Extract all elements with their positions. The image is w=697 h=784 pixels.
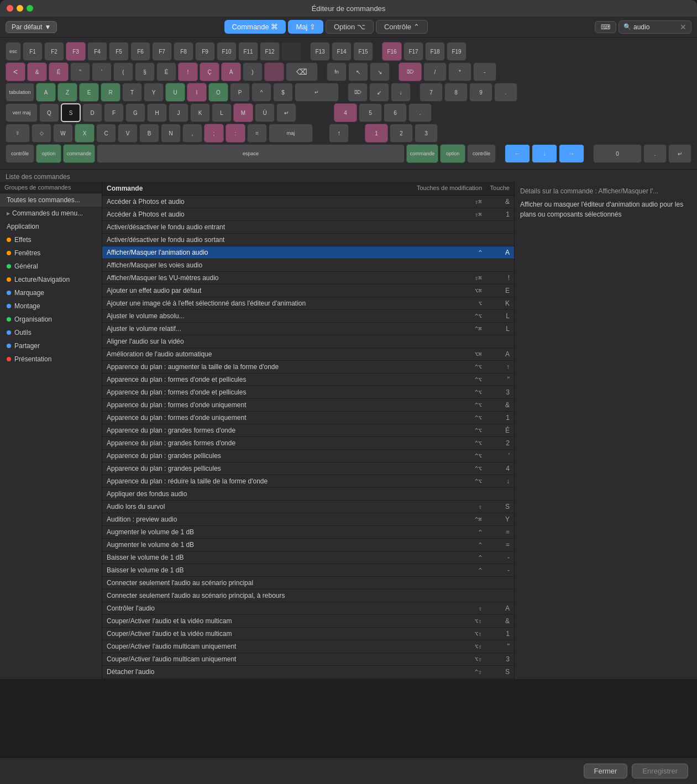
table-row[interactable]: Couper/Activer l'audio multicam uniqueme…: [102, 653, 514, 666]
key-num-enter[interactable]: ↵: [668, 144, 691, 163]
key-num0[interactable]: 0: [593, 144, 642, 163]
key-4[interactable]: ': [92, 62, 112, 81]
key-end[interactable]: ↙: [369, 83, 389, 102]
key-num4[interactable]: 4: [334, 103, 357, 122]
key-k[interactable]: K: [190, 103, 210, 122]
key-f10[interactable]: F10: [217, 42, 237, 61]
group-partager[interactable]: Partager: [0, 339, 102, 352]
key-numpad-plus[interactable]: .: [408, 103, 432, 122]
table-row[interactable]: Accéder à Photos et audio ⇧⌘ 1: [102, 208, 514, 221]
key-y[interactable]: Y: [144, 83, 164, 102]
key-e[interactable]: E: [79, 83, 99, 102]
table-row[interactable]: Développer l'audio/la vidéo ^ S: [102, 678, 514, 679]
table-row[interactable]: Afficher/Masquer l'animation audio ^ A: [102, 246, 514, 259]
key-t[interactable]: T: [122, 83, 142, 102]
table-row[interactable]: Couper/Activer l'audio et la vidéo multi…: [102, 628, 514, 640]
table-row[interactable]: Apparence du plan : grandes formes d'ond…: [102, 424, 514, 437]
key-6[interactable]: §: [135, 62, 155, 81]
key-arrow-down[interactable]: ↓: [532, 144, 557, 163]
group-outils[interactable]: Outils: [0, 326, 102, 339]
key-space[interactable]: espace: [97, 144, 405, 163]
group-montage[interactable]: Montage: [0, 299, 102, 313]
key-opt-r[interactable]: option: [440, 144, 465, 163]
key-m-fr[interactable]: M: [233, 103, 253, 122]
table-row[interactable]: Afficher/Masquer les VU-mètres audio ⇧⌘ …: [102, 272, 514, 285]
key-f18[interactable]: F17: [403, 42, 423, 61]
table-row[interactable]: Activer/désactiver le fondu audio sortan…: [102, 234, 514, 246]
key-apostrophe[interactable]: ↵: [276, 103, 296, 122]
table-row[interactable]: Contrôler l'audio ⇧ A: [102, 602, 514, 615]
key-f[interactable]: F: [104, 103, 124, 122]
key-numpad-minus[interactable]: .: [494, 83, 517, 102]
key-j[interactable]: J: [169, 103, 188, 122]
preset-selector[interactable]: Par défaut ▼: [6, 21, 57, 33]
table-row[interactable]: Accéder à Photos et audio ⇧⌘ &: [102, 196, 514, 208]
table-row[interactable]: Ajuster le volume relatif... ^⌘ L: [102, 323, 514, 335]
key-f2[interactable]: F2: [44, 42, 64, 61]
key-slash[interactable]: :: [226, 124, 245, 143]
key-1[interactable]: &: [27, 62, 47, 81]
key-pgdn[interactable]: ↓: [391, 83, 411, 102]
key-s[interactable]: S: [61, 103, 81, 122]
key-bracket-r[interactable]: $: [273, 83, 293, 102]
option-button[interactable]: Option ⌥: [326, 20, 374, 34]
key-f11[interactable]: F11: [238, 42, 258, 61]
key-cmd-r[interactable]: commande: [406, 144, 438, 163]
key-f16[interactable]: F15: [353, 42, 373, 61]
key-d[interactable]: D: [82, 103, 102, 122]
key-o[interactable]: O: [208, 83, 228, 102]
key-arrow-right[interactable]: →: [559, 144, 584, 163]
table-row[interactable]: Afficher/Masquer les voies audio: [102, 259, 514, 272]
keyboard-icon-button[interactable]: ⌨: [595, 21, 616, 33]
key-7[interactable]: È: [156, 62, 176, 81]
key-enter[interactable]: ↵: [295, 83, 339, 102]
key-comma[interactable]: ,: [182, 124, 202, 143]
key-i[interactable]: I: [187, 83, 207, 102]
group-all[interactable]: Toutes les commandes...: [0, 193, 102, 207]
key-9[interactable]: Ç: [200, 62, 219, 81]
key-5[interactable]: (: [113, 62, 133, 81]
key-f12[interactable]: F12: [260, 42, 280, 61]
key-tab[interactable]: tabulation: [6, 83, 34, 102]
key-8[interactable]: !: [178, 62, 198, 81]
group-menu[interactable]: ▶ Commandes du menu...: [0, 207, 102, 220]
table-row[interactable]: Apparence du plan : grandes pellicules ^…: [102, 450, 514, 462]
key-minus[interactable]: ): [243, 62, 263, 81]
key-f3[interactable]: F3: [66, 42, 86, 61]
key-n[interactable]: N: [161, 124, 181, 143]
table-row[interactable]: Connecter seulement l'audio au scénario …: [102, 577, 514, 590]
key-c[interactable]: C: [96, 124, 116, 143]
key-num-del[interactable]: ↘: [370, 62, 390, 81]
controle-button[interactable]: Contrôle ⌃: [376, 20, 428, 34]
key-3[interactable]: ": [70, 62, 90, 81]
maj-button[interactable]: Maj ⇧: [288, 20, 323, 34]
key-numpad-eq[interactable]: /: [423, 62, 447, 81]
key-del[interactable]: ⌦: [348, 83, 368, 102]
commande-button[interactable]: Commande ⌘: [224, 20, 286, 34]
table-row[interactable]: Baisser le volume de 1 dB ^ -: [102, 551, 514, 564]
table-row[interactable]: Connecter seulement l'audio au scénario …: [102, 590, 514, 602]
key-backspace[interactable]: ⌫: [286, 62, 318, 81]
key-r[interactable]: R: [101, 83, 120, 102]
key-semicolon[interactable]: Ù: [255, 103, 275, 122]
table-row[interactable]: Détacher l'audio ^⇧ S: [102, 666, 514, 678]
close-button[interactable]: [7, 5, 13, 12]
key-num-fn[interactable]: fn: [327, 62, 347, 81]
group-effets[interactable]: Effets: [0, 233, 102, 246]
key-num1[interactable]: 1: [365, 124, 388, 143]
table-row[interactable]: Augmenter le volume de 1 dB ^ =: [102, 539, 514, 551]
key-num-bs[interactable]: ↖: [348, 62, 368, 81]
table-row[interactable]: Ajuster le volume absolu... ^⌥ L: [102, 310, 514, 323]
key-shift-r[interactable]: maj: [269, 124, 313, 143]
key-period[interactable]: ;: [204, 124, 224, 143]
group-lecture[interactable]: Lecture/Navigation: [0, 273, 102, 286]
key-q-fr[interactable]: Q: [39, 103, 59, 122]
table-row[interactable]: Ajouter une image clé à l'effet sélectio…: [102, 297, 514, 310]
key-num-dot[interactable]: .: [643, 144, 667, 163]
table-row[interactable]: Baisser le volume de 1 dB ^ -: [102, 564, 514, 577]
key-f4[interactable]: F4: [87, 42, 107, 61]
table-row[interactable]: Apparence du plan : formes d'onde et pel…: [102, 373, 514, 386]
key-f13[interactable]: [281, 42, 301, 61]
key-bracket-l[interactable]: ^: [251, 83, 271, 102]
key-num5[interactable]: 5: [359, 103, 382, 122]
